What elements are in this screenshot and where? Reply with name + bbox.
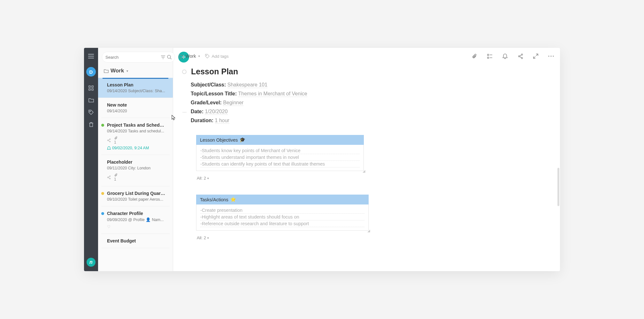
breadcrumb-label: Work <box>186 54 196 59</box>
svg-point-4 <box>90 111 90 112</box>
avatar[interactable]: D <box>86 67 96 77</box>
chevron-down-icon: ▾ <box>198 55 200 58</box>
note-preview: 09/14/2020 Tasks and schedul... <box>107 129 166 133</box>
block-item[interactable]: -Students understand important themes in… <box>200 154 360 161</box>
svg-rect-13 <box>487 54 489 56</box>
folder-name: Work <box>111 68 124 74</box>
block-body[interactable]: -Students know key points of Merchant of… <box>196 145 364 171</box>
block-item[interactable]: -Students know key points of Merchant of… <box>200 147 360 154</box>
scrollbar[interactable] <box>557 168 559 206</box>
search-row: + <box>98 48 173 66</box>
svg-point-20 <box>553 56 554 56</box>
grade-value[interactable]: Beginner <box>223 100 243 106</box>
search-box[interactable] <box>102 52 175 63</box>
more-icon[interactable] <box>548 53 554 59</box>
note-item-project-tasks[interactable]: Project Tasks and Schedules09/14/2020 Ta… <box>101 118 170 155</box>
expand-icon[interactable] <box>533 53 539 59</box>
page-title[interactable]: Lesson Plan <box>191 67 238 76</box>
note-title: Lesson Plan <box>107 82 166 87</box>
folder-icon[interactable] <box>88 97 94 103</box>
block-emoji-icon: 🎓 <box>240 137 245 143</box>
app-logo[interactable]: n <box>87 258 96 267</box>
breadcrumb[interactable]: Work ▾ <box>179 54 200 59</box>
attachment-icon[interactable] <box>471 53 478 59</box>
note-item-new-note[interactable]: New note09/14/2020 <box>101 98 170 118</box>
filter-icon[interactable] <box>161 56 165 59</box>
svg-point-18 <box>548 56 549 56</box>
note-preview: 09/10/2020 Toilet paper Aeros... <box>107 197 166 202</box>
block-header[interactable]: Tasks/Actions ⭐ <box>196 195 369 204</box>
note-title: Placeholder <box>107 160 166 165</box>
note-title: Project Tasks and Schedules <box>107 122 166 128</box>
notes-list[interactable]: ▴ Lesson Plan09/14/2020 Subject/Class: S… <box>98 78 173 271</box>
svg-rect-3 <box>92 89 93 90</box>
drag-handle-icon[interactable]: ⋯ <box>182 110 187 115</box>
note-status-circle[interactable] <box>182 70 187 74</box>
reminder-label: 09/02/2020, 9:24 AM <box>107 146 166 150</box>
attachment-mini-icon: 1 <box>114 136 118 145</box>
block-header[interactable]: Lesson Objectives 🎓 <box>196 135 364 145</box>
folder-header[interactable]: Work ▾ <box>98 66 173 78</box>
date-value[interactable]: 1/20/2020 <box>205 109 227 115</box>
color-dot <box>101 192 104 195</box>
block-item[interactable]: -Reference outside research and literatu… <box>200 220 364 227</box>
svg-point-12 <box>206 55 207 56</box>
block-footer[interactable]: All: 2 ▾ <box>196 173 364 183</box>
attachment-mini-icon: 1 <box>114 173 118 182</box>
trash-icon[interactable] <box>88 121 94 128</box>
note-item-event-budget[interactable]: Event Budget <box>101 234 170 248</box>
svg-point-7 <box>107 140 108 141</box>
duration-value[interactable]: 1 hour <box>215 118 229 124</box>
svg-point-5 <box>167 55 171 58</box>
add-tags-label: Add tags <box>211 54 228 59</box>
block-item[interactable]: -Create presentation <box>200 207 364 214</box>
color-dot <box>101 124 104 127</box>
heart-icon[interactable]: ♡ <box>107 225 111 229</box>
block-item[interactable]: -Students can identify key points of tex… <box>200 161 360 167</box>
svg-point-6 <box>110 138 111 139</box>
note-item-placeholder[interactable]: Placeholder09/11/2020 City: London 1 <box>101 155 170 186</box>
note-content[interactable]: Lesson Plan Subject/Class: Shakespeare 1… <box>173 64 560 271</box>
svg-point-15 <box>521 54 523 55</box>
subject-value[interactable]: Shakespeare 101 <box>227 82 267 88</box>
content-block[interactable]: Lesson Objectives 🎓 -Students know key p… <box>196 135 364 183</box>
app-window: D n + Work ▾ ▴ Lesson Plan09/14/2020 Sub… <box>84 48 560 271</box>
menu-icon[interactable] <box>88 53 94 59</box>
note-preview: 09/14/2020 Subject/Class: Sha... <box>107 89 166 93</box>
svg-point-9 <box>110 175 111 176</box>
tag-icon[interactable] <box>88 109 94 115</box>
topbar: Work ▾ Add tags <box>173 48 560 64</box>
block-footer[interactable]: All: 2 ▾ <box>196 233 369 243</box>
note-item-character[interactable]: Character Profile09/09/2020 @ Profile 👤 … <box>101 206 170 234</box>
note-list-column: + Work ▾ ▴ Lesson Plan09/14/2020 Subject… <box>98 48 173 271</box>
topic-value[interactable]: Themes in Merchant of Venice <box>238 91 307 97</box>
color-dot <box>101 212 104 215</box>
avatar-letter: D <box>89 69 93 75</box>
block-body[interactable]: -Create presentation-Highlight areas of … <box>196 204 369 231</box>
checklist-icon[interactable] <box>487 53 493 59</box>
note-title: Event Budget <box>107 238 166 243</box>
note-item-grocery[interactable]: Grocery List During Quara...09/10/2020 T… <box>101 186 170 206</box>
block-item[interactable]: -Highlight areas of text students should… <box>200 214 364 220</box>
note-title: Grocery List During Quara... <box>107 191 166 196</box>
svg-point-11 <box>110 178 111 179</box>
content-block[interactable]: Tasks/Actions ⭐ -Create presentation-Hig… <box>196 195 369 243</box>
meta-section: Subject/Class: Shakespeare 101 Topic/Les… <box>191 82 551 123</box>
resize-handle-icon[interactable]: ◢ <box>196 229 370 233</box>
left-rail: D n <box>84 48 98 271</box>
svg-rect-14 <box>487 57 489 58</box>
svg-point-19 <box>550 56 551 56</box>
share-icon[interactable] <box>517 53 524 59</box>
resize-handle-icon[interactable]: ◢ <box>196 169 365 173</box>
chevron-down-icon: ▾ <box>126 69 128 73</box>
reminder-icon[interactable] <box>502 53 508 59</box>
share-mini-icon <box>107 175 111 179</box>
search-icon[interactable] <box>167 55 172 59</box>
svg-point-8 <box>110 141 111 142</box>
share-mini-icon <box>107 138 111 142</box>
add-tags-button[interactable]: Add tags <box>205 54 228 59</box>
search-input[interactable] <box>105 55 159 60</box>
svg-point-10 <box>107 177 108 178</box>
apps-icon[interactable] <box>88 85 94 91</box>
note-item-lesson-plan[interactable]: Lesson Plan09/14/2020 Subject/Class: Sha… <box>98 78 173 98</box>
